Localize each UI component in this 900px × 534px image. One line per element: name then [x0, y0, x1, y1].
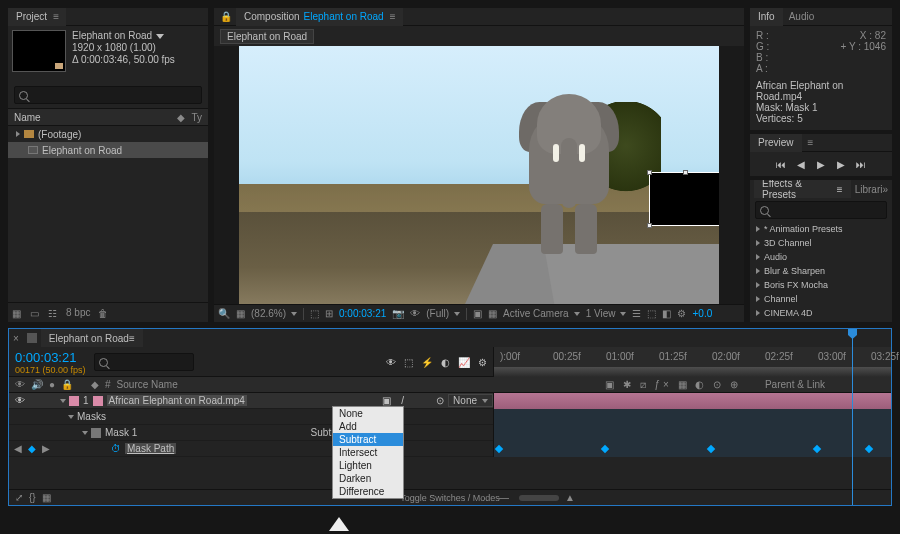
preset-category[interactable]: 3D Channel	[750, 236, 892, 250]
parent-pick-icon[interactable]: ⊙	[436, 395, 444, 406]
shy-icon[interactable]: 👁	[386, 357, 396, 368]
parent-dropdown[interactable]: None	[448, 394, 493, 407]
lock-icon[interactable]: 🔒	[220, 11, 232, 22]
mask-selection-box[interactable]	[649, 172, 719, 226]
resolution-dropdown[interactable]: (Full)	[426, 308, 460, 319]
composition-viewer[interactable]	[214, 46, 744, 304]
view-opt4-icon[interactable]: ⚙	[677, 308, 686, 319]
mask-mode-option[interactable]: Add	[333, 420, 403, 433]
audio-tab[interactable]: Audio	[789, 11, 815, 22]
preset-category[interactable]: Channel	[750, 292, 892, 306]
comp-breadcrumb[interactable]: Elephant on Road	[220, 29, 314, 44]
grid-icon[interactable]: ⊞	[325, 308, 333, 319]
asset-dropdown-icon[interactable]	[156, 34, 164, 39]
project-tab[interactable]: Project≡	[8, 8, 66, 26]
mask-color-chip[interactable]	[91, 428, 101, 438]
comp-new-icon[interactable]: ☷	[48, 308, 58, 318]
twirl-icon[interactable]	[82, 431, 88, 435]
presets-tab[interactable]: Effects & Presets≡	[754, 180, 851, 198]
label-col-icon[interactable]: ◆	[91, 379, 99, 390]
switch-normal[interactable]: ▣	[382, 395, 391, 406]
mask-mode-option[interactable]: Difference	[333, 485, 403, 498]
views-dropdown[interactable]: 1 View	[586, 308, 627, 319]
col-name[interactable]: Name	[14, 112, 41, 123]
stopwatch-icon[interactable]: ⏱	[111, 443, 121, 454]
panel-menu-icon[interactable]: ≡	[390, 11, 395, 22]
tree-comp-item[interactable]: Elephant on Road	[8, 142, 208, 158]
exposure-value[interactable]: +0.0	[692, 308, 712, 319]
transparency-icon[interactable]: ▦	[488, 308, 497, 319]
mask-mode-option[interactable]: None	[333, 407, 403, 420]
roi-icon[interactable]: ▣	[473, 308, 482, 319]
mask-mode-option[interactable]: Lighten	[333, 459, 403, 472]
panel-menu-icon[interactable]: ≡	[808, 137, 813, 148]
panel-menu-icon[interactable]: ≡	[129, 333, 135, 344]
twirl-icon[interactable]	[60, 399, 66, 403]
layer-color-chip[interactable]	[69, 396, 79, 406]
keyframe[interactable]	[601, 444, 609, 452]
preset-category[interactable]: Blur & Sharpen	[750, 264, 892, 278]
project-search[interactable]	[14, 86, 202, 104]
folder-new-icon[interactable]: ▭	[30, 308, 40, 318]
preset-category[interactable]: CINEMA 4D	[750, 306, 892, 320]
lock-col-icon[interactable]: 🔒	[61, 379, 73, 390]
zoom-in-icon[interactable]: ▲	[565, 492, 575, 503]
info-tab[interactable]: Info	[750, 8, 783, 26]
mask-name[interactable]: Mask 1	[105, 427, 137, 438]
libraries-tab[interactable]: Librari	[855, 184, 883, 195]
keyframe[interactable]	[813, 444, 821, 452]
view-opt3-icon[interactable]: ◧	[662, 308, 671, 319]
mask-handle[interactable]	[647, 170, 652, 175]
panel-overflow-icon[interactable]: »	[882, 184, 888, 195]
view-opt2-icon[interactable]: ⬚	[647, 308, 656, 319]
preset-category[interactable]: Audio	[750, 250, 892, 264]
last-frame-button[interactable]: ⏭	[855, 158, 867, 170]
layer-name[interactable]: African Elephant on Road.mp4	[107, 395, 247, 406]
preset-category[interactable]: Boris FX Mocha	[750, 278, 892, 292]
timeline-tab[interactable]: Elephant on Road≡	[41, 329, 143, 347]
add-keyframe-button[interactable]: ◆	[27, 444, 37, 454]
preview-tab[interactable]: Preview	[750, 134, 802, 152]
track-area[interactable]	[494, 425, 891, 441]
track-area[interactable]	[494, 409, 891, 425]
layer-row-1[interactable]: 👁 1 African Elephant on Road.mp4 ▣/ ⊙ No…	[9, 393, 891, 409]
tag-icon[interactable]: ◆	[177, 112, 185, 123]
maskpath-label[interactable]: Mask Path	[125, 443, 176, 454]
keyframe[interactable]	[495, 444, 503, 452]
keyframe[interactable]	[707, 444, 715, 452]
viewer-timecode[interactable]: 0:00:03:21	[339, 308, 386, 319]
alpha-icon[interactable]: ▦	[236, 308, 245, 319]
tree-footage-folder[interactable]: (Footage)	[8, 126, 208, 142]
first-frame-button[interactable]: ⏮	[775, 158, 787, 170]
twirl-icon[interactable]	[68, 415, 74, 419]
presets-search[interactable]	[755, 201, 887, 219]
play-button[interactable]: ▶	[815, 158, 827, 170]
trash-icon[interactable]: 🗑	[98, 308, 108, 318]
magnify-icon[interactable]: 🔍	[218, 308, 230, 319]
zoom-out-icon[interactable]: —	[499, 492, 509, 503]
panel-menu-icon[interactable]: ≡	[53, 11, 58, 22]
zoom-dropdown[interactable]: (82.6%)	[251, 308, 297, 319]
toggle-switches-button[interactable]: Toggle Switches / Modes	[9, 493, 891, 503]
solo-col-icon[interactable]: ●	[49, 379, 55, 390]
timeline-search[interactable]	[94, 353, 194, 371]
source-name-col[interactable]: Source Name	[117, 379, 178, 390]
masks-header-row[interactable]: Masks	[9, 409, 891, 425]
speaker-col-icon[interactable]: 🔊	[31, 379, 43, 390]
mask1-row[interactable]: Mask 1 Subtract Inverted	[9, 425, 891, 441]
next-keyframe-button[interactable]: ▶	[41, 444, 51, 454]
draft3d-icon[interactable]: ⬚	[404, 357, 413, 368]
next-frame-button[interactable]: ▶	[835, 158, 847, 170]
camera-dropdown[interactable]: Active Camera	[503, 308, 580, 319]
timeline-timecode[interactable]: 0:00:03:21	[15, 350, 86, 365]
panel-menu-icon[interactable]: ≡	[837, 184, 843, 195]
res-toggle-icon[interactable]: ⬚	[310, 308, 319, 319]
mask-mode-option[interactable]: Darken	[333, 472, 403, 485]
layer-bar[interactable]	[494, 393, 891, 409]
zoom-slider[interactable]	[519, 495, 559, 501]
eye-toggle[interactable]: 👁	[15, 395, 25, 406]
graph-icon[interactable]: 📈	[458, 357, 470, 368]
type-col-label[interactable]: Ty	[191, 112, 202, 123]
maskpath-row[interactable]: ◀ ◆ ▶ ⏱ Mask Path ⊙	[9, 441, 891, 457]
view-opt1-icon[interactable]: ☰	[632, 308, 641, 319]
